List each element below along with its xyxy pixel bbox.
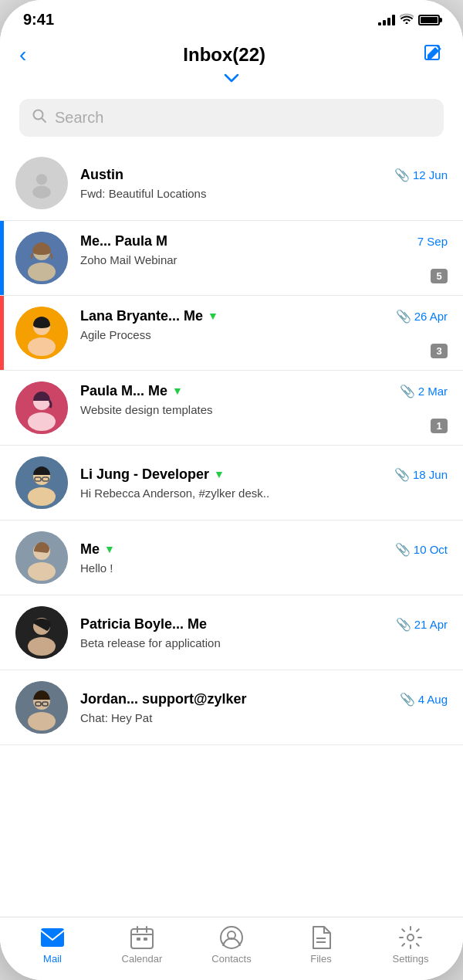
search-icon: [32, 108, 47, 127]
count-badge: 1: [431, 419, 448, 433]
email-content-paula: Me... Paula M 7 Sep Zoho Mail Webinar 5: [80, 233, 448, 283]
back-button[interactable]: ‹: [19, 44, 26, 66]
email-content-patricia: Patricia Boyle... Me 📎 21 Apr Beta relea…: [80, 616, 448, 649]
svg-point-5: [32, 186, 51, 198]
sender-name: Me ▼: [80, 541, 115, 558]
inbox-title: Inbox(22): [183, 44, 265, 66]
avatar-lijung: [15, 456, 68, 509]
email-item-paula[interactable]: Me... Paula M 7 Sep Zoho Mail Webinar 5: [0, 221, 463, 296]
status-icons: [378, 13, 440, 27]
avatar-austin: [15, 157, 68, 209]
email-item-jordan[interactable]: Jordan... support@zylker 📎 4 Aug Chat: H…: [0, 670, 463, 745]
email-meta: 📎 18 Jun: [394, 467, 448, 482]
sender-name: Me... Paula M: [80, 233, 167, 249]
nav-item-calendar[interactable]: Calendar: [97, 925, 187, 965]
email-date: 2 Mar: [418, 385, 448, 398]
count-badge: 5: [431, 269, 448, 283]
email-subject: Website design templates: [80, 403, 448, 416]
email-item-lana[interactable]: Lana Bryante... Me ▼ 📎 26 Apr Agile Proc…: [0, 296, 463, 371]
search-placeholder: Search: [55, 109, 103, 127]
email-subject: Fwd: Beautiful Locations: [80, 187, 448, 200]
email-date: 12 Jun: [413, 168, 448, 181]
header-chevron[interactable]: [0, 67, 463, 93]
flag-icon: ▼: [172, 385, 183, 397]
attachment-icon: 📎: [396, 309, 411, 324]
email-subject: Beta release for application: [80, 636, 448, 649]
email-meta: 📎 10 Oct: [395, 542, 448, 557]
avatar-lana: [15, 307, 68, 359]
status-bar: 9:41: [0, 0, 463, 35]
chevron-down-icon: [224, 70, 239, 86]
header: ‹ Inbox(22): [0, 35, 463, 67]
avatar-paulam: [15, 381, 68, 434]
email-subject: Zoho Mail Webinar: [80, 253, 448, 266]
compose-button[interactable]: [422, 42, 444, 67]
email-content-jordan: Jordan... support@zylker 📎 4 Aug Chat: H…: [80, 691, 448, 724]
email-content-me: Me ▼ 📎 10 Oct Hello !: [80, 541, 448, 575]
battery-icon: [418, 15, 440, 25]
phone-frame: 9:41 ‹ Inbox(22): [0, 0, 463, 980]
email-meta: 📎 4 Aug: [400, 692, 448, 707]
avatar-paula: [15, 232, 68, 284]
nav-label-files: Files: [310, 953, 331, 965]
sender-name: Jordan... support@zylker: [80, 691, 247, 707]
svg-point-14: [28, 412, 56, 431]
flag-icon: ▼: [104, 543, 115, 555]
email-meta: 📎 12 Jun: [394, 168, 448, 182]
sender-name: Paula M... Me ▼: [80, 383, 183, 399]
email-date: 7 Sep: [417, 235, 448, 248]
svg-point-17: [28, 487, 56, 506]
svg-rect-38: [137, 938, 140, 941]
nav-item-mail[interactable]: Mail: [8, 925, 97, 965]
calendar-icon: [130, 925, 154, 950]
email-item-austin[interactable]: Austin 📎 12 Jun Fwd: Beautiful Locations: [0, 146, 463, 221]
email-subject: Agile Process: [80, 328, 448, 341]
nav-item-files[interactable]: Files: [276, 925, 366, 965]
flag-icon: ▼: [214, 468, 225, 480]
email-item-lijung[interactable]: Li Jung - Developer ▼ 📎 18 Jun Hi Rebecc…: [0, 446, 463, 521]
svg-point-23: [28, 562, 56, 581]
email-content-lana: Lana Bryante... Me ▼ 📎 26 Apr Agile Proc…: [80, 308, 448, 358]
email-list: Austin 📎 12 Jun Fwd: Beautiful Locations: [0, 146, 463, 917]
email-meta: 7 Sep: [417, 235, 448, 248]
svg-point-29: [28, 712, 56, 731]
email-date: 26 Apr: [414, 310, 448, 323]
sender-name: Lana Bryante... Me ▼: [80, 308, 218, 324]
email-item-patricia[interactable]: Patricia Boyle... Me 📎 21 Apr Beta relea…: [0, 595, 463, 670]
avatar-patricia: [15, 606, 68, 659]
email-content-austin: Austin 📎 12 Jun Fwd: Beautiful Locations: [80, 167, 448, 200]
nav-label-contacts: Contacts: [211, 953, 251, 965]
svg-point-4: [36, 174, 47, 185]
svg-point-11: [28, 337, 56, 356]
svg-point-26: [28, 637, 56, 656]
email-item-me[interactable]: Me ▼ 📎 10 Oct Hello !: [0, 521, 463, 595]
attachment-icon: 📎: [394, 168, 410, 182]
svg-rect-39: [144, 938, 147, 941]
status-time: 9:41: [23, 11, 54, 29]
nav-label-calendar: Calendar: [122, 953, 163, 965]
email-date: 4 Aug: [418, 693, 448, 706]
attachment-icon: 📎: [396, 617, 411, 632]
email-meta: 📎 21 Apr: [396, 617, 448, 632]
sender-name: Austin: [80, 167, 123, 183]
email-subject: Hello !: [80, 561, 448, 575]
svg-point-8: [28, 263, 56, 281]
email-item-paulam[interactable]: Paula M... Me ▼ 📎 2 Mar Website design t…: [0, 371, 463, 446]
svg-rect-34: [131, 929, 153, 948]
nav-item-contacts[interactable]: Contacts: [187, 925, 276, 965]
email-date: 18 Jun: [413, 468, 448, 481]
nav-item-settings[interactable]: Settings: [366, 925, 455, 965]
svg-rect-33: [41, 928, 64, 947]
email-subject: Hi Rebecca Anderson, #zylker desk..: [80, 487, 448, 500]
email-date: 10 Oct: [414, 543, 448, 556]
svg-point-44: [407, 934, 414, 941]
settings-icon: [398, 925, 423, 950]
signal-bars-icon: [378, 15, 395, 25]
flag-icon: ▼: [208, 310, 218, 322]
attachment-icon: 📎: [395, 542, 411, 557]
avatar-jordan: [15, 681, 68, 734]
email-content-lijung: Li Jung - Developer ▼ 📎 18 Jun Hi Rebecc…: [80, 466, 448, 500]
files-icon: [309, 925, 333, 950]
svg-line-3: [42, 118, 46, 122]
search-bar[interactable]: Search: [19, 99, 444, 137]
